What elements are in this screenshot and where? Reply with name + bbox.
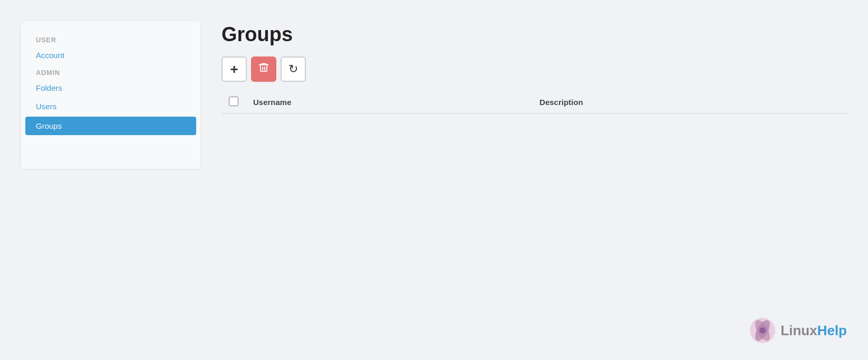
page-title: Groups [221,23,847,46]
delete-button[interactable] [251,56,276,82]
linuxhelp-logo: LinuxHelp [749,317,847,344]
sidebar-item-groups[interactable]: Groups [25,117,196,135]
linuxhelp-logo-icon [749,317,776,344]
add-button[interactable]: + [221,56,247,82]
groups-table: Username Description [221,91,847,114]
select-all-checkbox[interactable] [229,97,238,106]
add-icon: + [230,62,238,76]
column-description: Description [532,91,847,113]
svg-point-3 [759,327,766,334]
sidebar: USER Account ADMIN Folders Users Groups [21,21,200,169]
column-username: Username [246,91,532,113]
sidebar-section-admin: ADMIN [21,64,200,79]
toolbar: + ↻ [221,56,847,82]
sidebar-item-folders[interactable]: Folders [21,79,200,97]
sidebar-item-users[interactable]: Users [21,97,200,116]
table-header-row: Username Description [221,91,847,113]
refresh-button[interactable]: ↻ [281,56,306,82]
sidebar-section-user: USER [21,32,200,46]
delete-icon [258,62,269,77]
refresh-icon: ↻ [288,62,298,76]
linuxhelp-logo-text: LinuxHelp [780,323,847,339]
sidebar-item-account[interactable]: Account [21,46,200,64]
main-content: Groups + ↻ [221,21,847,114]
select-all-cell [221,91,246,113]
